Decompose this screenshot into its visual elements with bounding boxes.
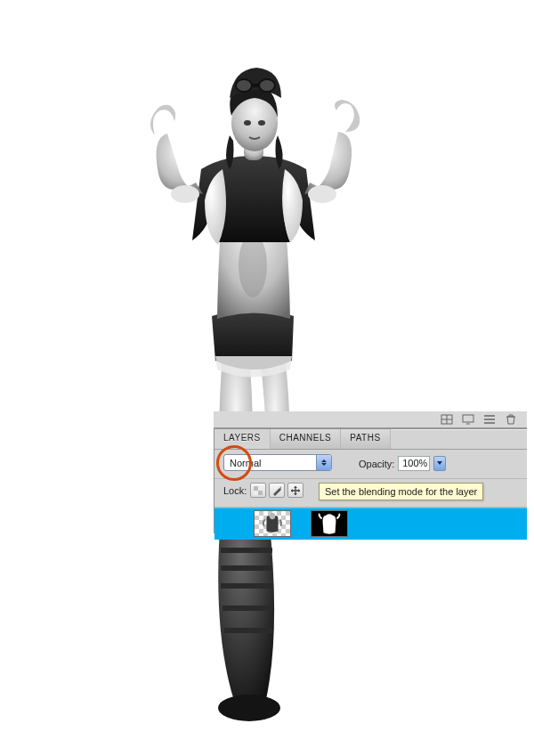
lock-row: Lock: Set the blending mode for the laye… xyxy=(214,479,527,508)
svg-point-14 xyxy=(244,120,251,126)
panel-top-iconbar xyxy=(214,411,527,428)
canvas-artwork xyxy=(116,36,392,730)
blend-mode-tooltip: Set the blending mode for the layer xyxy=(319,483,483,500)
layers-panel: LAYERS CHANNELS PATHS Normal Opacity: 10… xyxy=(214,428,527,533)
blend-mode-value: Normal xyxy=(224,458,316,468)
svg-point-12 xyxy=(259,79,275,92)
svg-point-8 xyxy=(308,185,336,203)
opacity-control: Opacity: 100% xyxy=(359,456,446,471)
lock-transparency-icon[interactable] xyxy=(250,483,266,498)
svg-rect-13 xyxy=(251,84,260,87)
trash-icon[interactable] xyxy=(504,413,518,426)
svg-point-0 xyxy=(218,695,280,721)
svg-point-7 xyxy=(171,185,199,203)
svg-point-22 xyxy=(270,513,276,519)
svg-rect-17 xyxy=(463,415,473,422)
opacity-label: Opacity: xyxy=(359,459,394,469)
guide-icon[interactable] xyxy=(440,413,454,426)
blend-mode-select[interactable]: Normal xyxy=(223,454,332,471)
layer-thumbnail[interactable] xyxy=(254,510,291,537)
svg-point-11 xyxy=(236,79,252,92)
tab-paths[interactable]: PATHS xyxy=(341,429,390,449)
opacity-field[interactable]: 100% xyxy=(398,456,430,471)
lock-pixels-icon[interactable] xyxy=(269,483,285,498)
tab-channels[interactable]: CHANNELS xyxy=(271,429,341,449)
screen-icon[interactable] xyxy=(461,413,475,426)
chevron-updown-icon xyxy=(316,455,331,470)
blend-mode-row: Normal Opacity: 100% xyxy=(214,450,527,479)
svg-rect-5 xyxy=(224,628,272,633)
svg-rect-19 xyxy=(258,491,263,495)
opacity-flyout-icon[interactable] xyxy=(433,456,446,471)
svg-rect-20 xyxy=(258,486,263,491)
svg-point-6 xyxy=(239,233,267,297)
svg-rect-3 xyxy=(221,583,272,589)
tab-layers[interactable]: LAYERS xyxy=(214,429,271,449)
svg-rect-4 xyxy=(222,606,272,611)
svg-rect-21 xyxy=(254,491,258,495)
selected-layer-row[interactable] xyxy=(214,508,527,540)
panel-menu-icon[interactable] xyxy=(482,413,497,426)
layer-mask-thumbnail[interactable] xyxy=(311,510,348,537)
lock-label: Lock: xyxy=(223,485,247,496)
svg-rect-1 xyxy=(221,548,272,553)
svg-rect-2 xyxy=(221,565,272,571)
svg-rect-18 xyxy=(254,486,258,491)
svg-rect-9 xyxy=(244,139,263,160)
svg-point-10 xyxy=(231,94,278,151)
svg-point-15 xyxy=(258,120,265,126)
panel-tabs: LAYERS CHANNELS PATHS xyxy=(214,429,527,450)
lock-position-icon[interactable] xyxy=(287,483,303,498)
